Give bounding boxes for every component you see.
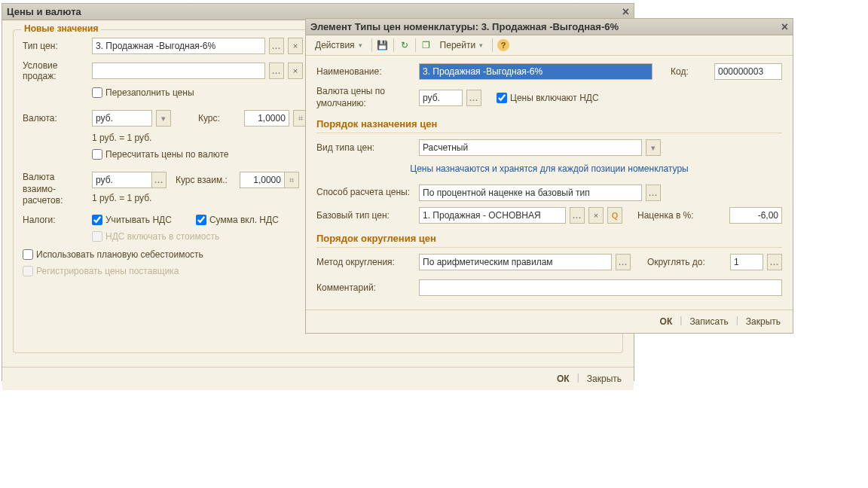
price-type-titlebar: Элемент Типы цен номенклатуры: 3. Продаж… (306, 19, 793, 35)
price-type-label: Тип цен: (23, 41, 87, 51)
round-method-input[interactable] (419, 254, 612, 270)
round-method-select-button[interactable] (616, 254, 631, 270)
code-label: Код: (671, 66, 689, 77)
round-to-label: Округлять до: (647, 257, 705, 267)
pricing-header: Порядок назначения цен (316, 115, 782, 133)
currency-label: Валюта: (23, 113, 87, 124)
settle-rate-input[interactable] (240, 172, 285, 188)
price-type-input[interactable] (92, 38, 265, 54)
comment-label: Комментарий: (316, 282, 414, 293)
settle-hint: 1 руб. = 1 руб. (92, 193, 151, 203)
goto-menu[interactable]: Перейти▾ (436, 38, 488, 52)
ok-button[interactable]: ОК (656, 315, 677, 328)
name-input[interactable] (419, 63, 653, 80)
use-plan-cost-checkbox[interactable]: Использовать плановую себестоимость (23, 249, 203, 260)
prices-currency-footer: ОК | Закрыть (2, 367, 634, 390)
refresh-icon[interactable]: ↻ (399, 39, 411, 51)
register-supplier-checkbox: Регистрировать цены поставщика (23, 266, 179, 276)
prices-currency-title: Цены и валюта (7, 6, 81, 17)
price-kind-dropdown-button[interactable] (646, 139, 661, 156)
copy-icon[interactable]: ❐ (420, 39, 432, 51)
price-kind-input[interactable] (419, 139, 642, 156)
base-type-input[interactable] (419, 207, 566, 224)
price-kind-label: Вид типа цен: (316, 142, 414, 153)
markup-input[interactable] (729, 207, 782, 224)
prices-include-vat-checkbox[interactable]: Цены включают НДС (497, 93, 599, 103)
vat-in-cost-checkbox: НДС включать в стоимость (92, 231, 219, 242)
base-type-search-button[interactable]: Q (607, 207, 622, 224)
price-type-clear-button[interactable]: × (288, 38, 303, 54)
round-to-select-button[interactable] (767, 254, 782, 270)
sale-cond-label: Условие продаж: (23, 60, 87, 81)
close-icon[interactable]: × (781, 20, 788, 34)
new-values-legend: Новые значения (21, 23, 101, 34)
rate-input[interactable] (244, 110, 289, 127)
code-input[interactable] (714, 63, 782, 80)
settle-rate-calc-button[interactable]: ⌗ (284, 172, 299, 188)
round-to-input[interactable] (730, 254, 763, 270)
ok-button[interactable]: ОК (552, 372, 574, 386)
calc-method-input[interactable] (419, 185, 642, 201)
settle-currency-select-button[interactable] (151, 172, 167, 188)
price-type-select-button[interactable] (269, 38, 284, 54)
default-currency-select-button[interactable] (466, 90, 481, 106)
settle-rate-label: Курс взаим.: (176, 175, 228, 185)
calc-method-select-button[interactable] (646, 185, 661, 201)
default-currency-label: Валюта цены по умолчанию: (316, 86, 414, 109)
base-type-select-button[interactable] (570, 207, 585, 224)
close-button[interactable]: Закрыть (582, 372, 626, 386)
base-type-label: Базовый тип цен: (316, 210, 414, 221)
base-type-clear-button[interactable]: × (588, 207, 604, 224)
currency-input[interactable] (92, 110, 152, 127)
price-type-window-title: Элемент Типы цен номенклатуры: 3. Продаж… (310, 21, 619, 32)
markup-label: Наценка в %: (637, 210, 694, 221)
pricing-hint: Цены назначаются и хранятся для каждой п… (410, 163, 688, 174)
toolbar: Действия▾ 💾 ↻ ❐ Перейти▾ ? (306, 35, 793, 56)
sale-cond-clear-button[interactable]: × (288, 63, 303, 79)
save-icon[interactable]: 💾 (377, 39, 389, 51)
taxes-label: Налоги: (23, 215, 87, 225)
rounding-header: Порядок округления цен (316, 230, 782, 248)
price-type-footer: ОК | Записать | Закрыть (306, 310, 793, 333)
settle-currency-label: Валюта взаимо-расчетов: (23, 172, 87, 207)
calc-method-label: Способ расчета цены: (316, 187, 414, 199)
refill-prices-checkbox[interactable]: Перезаполнить цены (92, 87, 194, 98)
help-icon[interactable]: ? (497, 39, 509, 51)
name-label: Наименование: (316, 66, 414, 77)
sum-incl-vat-checkbox[interactable]: Сумма вкл. НДС (196, 215, 279, 225)
default-currency-input[interactable] (419, 90, 463, 106)
rate-hint: 1 руб. = 1 руб. (92, 133, 151, 143)
save-button[interactable]: Записать (685, 315, 732, 328)
comment-input[interactable] (419, 279, 782, 296)
close-icon[interactable]: × (622, 5, 629, 19)
vat-checkbox[interactable]: Учитывать НДС (92, 215, 172, 225)
sale-cond-input[interactable] (92, 63, 265, 79)
actions-menu[interactable]: Действия▾ (310, 38, 367, 52)
recalc-prices-checkbox[interactable]: Пересчитать цены по валюте (92, 149, 229, 160)
currency-dropdown-button[interactable] (156, 110, 171, 127)
round-method-label: Метод округления: (316, 257, 414, 267)
price-type-element-window: Элемент Типы цен номенклатуры: 3. Продаж… (305, 18, 793, 334)
rate-label: Курс: (198, 113, 220, 124)
sale-cond-select-button[interactable] (269, 63, 284, 79)
settle-currency-input[interactable] (92, 172, 152, 188)
close-button[interactable]: Закрыть (741, 315, 785, 328)
